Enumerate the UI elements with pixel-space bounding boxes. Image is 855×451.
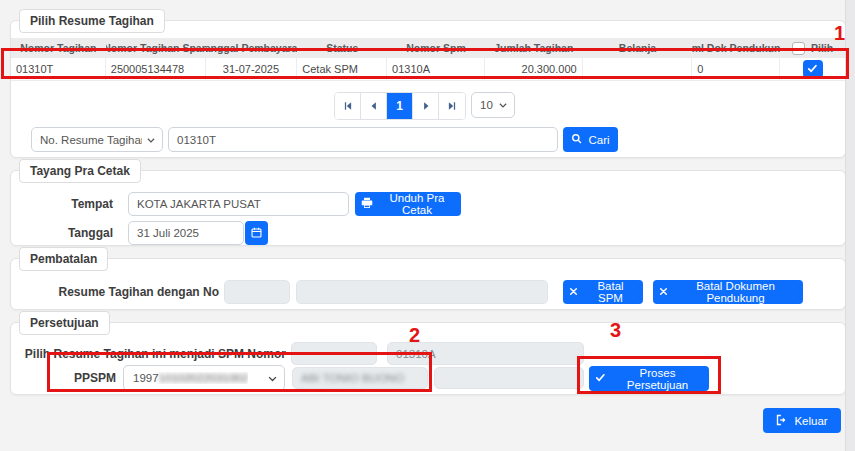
legend-pembatalan: Pembatalan bbox=[19, 247, 108, 271]
cell-nomor-tagihan: 01310T bbox=[11, 58, 106, 80]
pagination-last-button[interactable] bbox=[439, 93, 465, 119]
tempat-input[interactable] bbox=[128, 192, 349, 216]
search-filter-select[interactable]: No. Resume Tagihan bbox=[32, 128, 162, 151]
col-pilih-label: Pilih bbox=[811, 42, 833, 54]
cell-jml-dok-pendukung: 0 bbox=[692, 58, 780, 80]
search-filter-select-wrapper: No. Resume Tagihan bbox=[31, 127, 163, 152]
proses-persetujuan-label: Proses Persetujuan bbox=[612, 367, 703, 391]
col-nomor-tagihan: Nomor Tagihan bbox=[11, 42, 106, 54]
ppspm-nama-redacted: ABI TONIO BUONO bbox=[301, 372, 404, 384]
ppspm-nama-field: ABI TONIO BUONO bbox=[292, 367, 428, 389]
skip-end-icon bbox=[447, 99, 457, 114]
col-nomor-tagihan-span: Nomor Tagihan Span bbox=[106, 42, 206, 54]
ppspm-nip-redacted: 10102022031002 bbox=[159, 372, 249, 384]
page-size-select[interactable]: 10 bbox=[472, 93, 514, 117]
cell-status: Cetak SPM bbox=[297, 58, 387, 80]
legend-pilih-resume-tagihan: Pilih Resume Tagihan bbox=[19, 9, 165, 33]
search-input[interactable] bbox=[168, 127, 558, 152]
col-pilih: Pilih bbox=[780, 42, 845, 55]
cell-pilih bbox=[780, 58, 845, 80]
cari-button[interactable]: Cari bbox=[563, 127, 618, 152]
ppspm-nip-prefix: 1997 bbox=[133, 372, 159, 384]
legend-persetujuan: Persetujuan bbox=[19, 311, 110, 335]
pagination: 1 bbox=[334, 92, 466, 120]
pembatalan-no-input bbox=[224, 280, 290, 304]
panel-pembatalan: Pembatalan Resume Tagihan dengan No Bata… bbox=[10, 258, 846, 310]
caret-left-icon bbox=[369, 99, 379, 114]
batal-dokumen-label: Batal Dokumen Pendukung bbox=[674, 280, 797, 304]
pagination-page-1[interactable]: 1 bbox=[387, 93, 413, 119]
check-icon bbox=[595, 372, 606, 385]
scrollbar[interactable] bbox=[845, 0, 855, 451]
cari-button-label: Cari bbox=[588, 134, 609, 146]
panel-persetujuan: Persetujuan Pilih Resume Tagihan ini men… bbox=[10, 322, 846, 395]
col-nomor-spm: Nomor Spm bbox=[387, 42, 485, 54]
col-jml-dok-pendukung: Jml Dok Pendukung bbox=[692, 42, 780, 54]
col-tanggal-pembayaran: Tanggal Pembayaran bbox=[206, 42, 298, 54]
ppspm-select[interactable]: 199710102022031002 bbox=[123, 365, 285, 391]
x-icon bbox=[569, 286, 578, 298]
panel-tayang-pra-cetak: Tayang Pra Cetak Tempat Unduh Pra Cetak … bbox=[10, 170, 846, 246]
tempat-label: Tempat bbox=[11, 192, 113, 216]
resume-tagihan-dengan-no-label: Resume Tagihan dengan No bbox=[11, 280, 219, 304]
pagination-prev-button[interactable] bbox=[361, 93, 387, 119]
unduh-button-label: Unduh Pra Cetak bbox=[379, 192, 455, 216]
pagination-next-button[interactable] bbox=[413, 93, 439, 119]
batal-spm-label: Batal SPM bbox=[584, 280, 637, 304]
cell-nomor-spm: 01310A bbox=[387, 58, 485, 80]
select-all-checkbox[interactable] bbox=[792, 42, 805, 55]
calendar-button[interactable] bbox=[245, 221, 268, 245]
ppspm-extra-field bbox=[434, 367, 584, 389]
check-icon bbox=[807, 63, 818, 76]
spm-nomor-prefix-input bbox=[291, 342, 377, 365]
proses-persetujuan-button[interactable]: Proses Persetujuan bbox=[589, 366, 709, 391]
x-icon bbox=[659, 286, 668, 298]
caret-right-icon bbox=[421, 99, 431, 114]
cell-belanja bbox=[583, 58, 693, 80]
search-icon bbox=[571, 133, 582, 146]
col-status: Status bbox=[297, 42, 387, 54]
tanggal-label: Tanggal bbox=[11, 221, 113, 245]
table-header: Nomor Tagihan Nomor Tagihan Span Tanggal… bbox=[11, 38, 845, 58]
col-belanja: Belanja bbox=[583, 42, 693, 54]
skip-start-icon bbox=[343, 99, 353, 114]
cell-tanggal-pembayaran: 31-07-2025 bbox=[206, 58, 298, 80]
tanggal-input[interactable] bbox=[128, 221, 244, 245]
printer-icon bbox=[361, 197, 373, 211]
legend-tayang-pra-cetak: Tayang Pra Cetak bbox=[19, 159, 141, 183]
row-checkbox-checked[interactable] bbox=[803, 60, 823, 78]
cell-nomor-tagihan-span: 250005134478 bbox=[106, 58, 206, 80]
table-row[interactable]: 01310T 250005134478 31-07-2025 Cetak SPM… bbox=[11, 58, 845, 81]
pembatalan-detail-input bbox=[296, 280, 548, 304]
page-size-select-wrapper: 10 bbox=[471, 92, 515, 118]
pagination-first-button[interactable] bbox=[335, 93, 361, 119]
ppspm-label: PPSPM bbox=[11, 366, 116, 390]
keluar-button[interactable]: Keluar bbox=[763, 408, 841, 433]
panel-pilih-resume-tagihan: Pilih Resume Tagihan Nomor Tagihan Nomor… bbox=[10, 20, 846, 158]
batal-dokumen-pendukung-button[interactable]: Batal Dokumen Pendukung bbox=[653, 280, 803, 304]
spm-nomor-label: Pilih Resume Tagihan ini menjadi SPM Nom… bbox=[11, 342, 286, 365]
unduh-pra-cetak-button[interactable]: Unduh Pra Cetak bbox=[355, 192, 461, 216]
keluar-label: Keluar bbox=[794, 415, 827, 427]
col-jumlah-tagihan: Jumlah Tagihan bbox=[485, 42, 583, 54]
chevron-down-icon bbox=[267, 373, 278, 384]
cell-jumlah-tagihan: 20.300.000 bbox=[485, 58, 583, 80]
exit-icon bbox=[776, 414, 788, 428]
spm-nomor-input bbox=[387, 342, 584, 365]
batal-spm-button[interactable]: Batal SPM bbox=[563, 280, 643, 304]
calendar-icon bbox=[251, 227, 262, 240]
